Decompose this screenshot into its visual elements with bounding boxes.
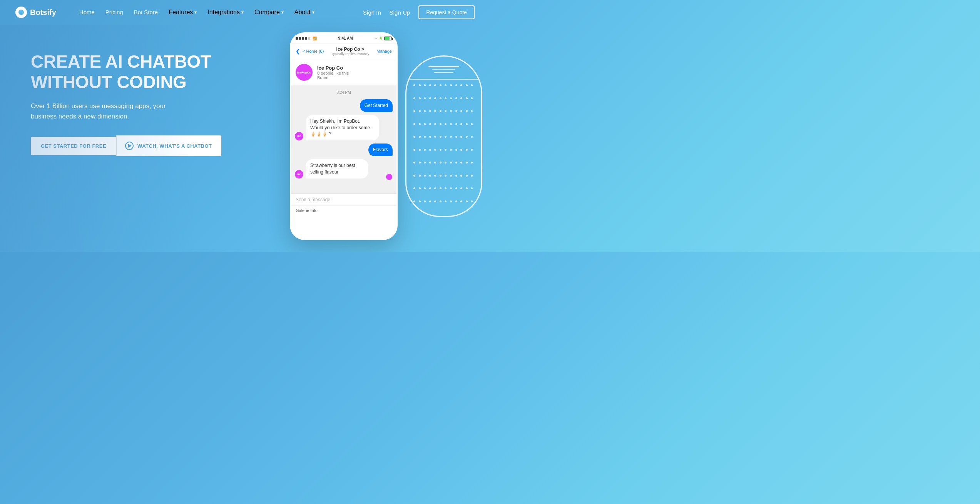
speaker-dot <box>434 84 436 86</box>
signal-dot-1 <box>296 37 298 40</box>
phone-time: 9:41 AM <box>338 36 353 40</box>
speaker-dot <box>440 149 442 151</box>
speaker-dot <box>455 149 457 151</box>
nav-link-features[interactable]: Features <box>169 9 197 16</box>
speaker-dot <box>419 187 421 189</box>
speaker-dot <box>471 110 473 112</box>
chat-input-placeholder[interactable]: Send a message <box>296 197 392 202</box>
get-started-button[interactable]: GET STARTED FOR FREE <box>31 137 116 155</box>
home-button[interactable] <box>338 214 350 227</box>
speaker-dot <box>413 149 415 151</box>
speaker-dot <box>419 110 421 112</box>
nav-link-about[interactable]: About <box>294 9 314 16</box>
chat-timestamp: 3:24 PM <box>295 90 393 95</box>
signal-dots: 📶 <box>296 37 317 40</box>
speaker-dot <box>424 200 426 202</box>
speaker-dot <box>450 175 452 177</box>
speaker-dot <box>460 123 462 125</box>
signal-dot-4 <box>305 37 307 40</box>
speaker-dot <box>466 162 468 164</box>
nav-item-bot-store[interactable]: Bot Store <box>134 9 158 16</box>
nav-item-integrations[interactable]: Integrations <box>207 9 244 16</box>
speaker-dot <box>466 136 468 138</box>
nav-link-home[interactable]: Home <box>79 9 95 15</box>
page-type: Brand <box>317 75 349 80</box>
speaker-dot <box>450 97 452 99</box>
request-quote-button[interactable]: Request a Quote <box>418 5 475 19</box>
speaker-dot <box>429 162 431 164</box>
hero-text: CREATE AI CHATBOT WITHOUT CODING Over 1 … <box>31 40 223 156</box>
home-badge[interactable]: < Home (8) <box>303 49 324 53</box>
nav-link-pricing[interactable]: Pricing <box>105 9 123 15</box>
speaker-dot <box>434 136 436 138</box>
speaker-dot <box>440 200 442 202</box>
speaker-body <box>406 80 481 216</box>
nav-item-about[interactable]: About <box>294 9 314 16</box>
speaker-dot <box>460 136 462 138</box>
sign-in-link[interactable]: Sign In <box>363 9 381 16</box>
sign-up-link[interactable]: Sign Up <box>390 9 410 16</box>
speaker-dot <box>445 136 447 138</box>
speaker-dot <box>445 110 447 112</box>
watch-video-button[interactable]: WATCH, WHAT'S A CHATBOT <box>116 135 221 156</box>
nav-link-compare[interactable]: Compare <box>254 9 284 16</box>
speaker-dot <box>429 149 431 151</box>
back-icon[interactable]: ❮ <box>296 48 300 54</box>
speaker-dot <box>471 200 473 202</box>
speaker-dot <box>440 175 442 177</box>
nav-item-compare[interactable]: Compare <box>254 9 284 16</box>
nav-link-bot-store[interactable]: Bot Store <box>134 9 158 15</box>
speaker-dot <box>434 123 436 125</box>
speaker-dot <box>413 110 415 112</box>
speaker-dot <box>434 200 436 202</box>
devices-container: 📶 9:41 AM → 🔋 ❮ < Home (8) <box>290 32 482 240</box>
speaker-dot <box>460 97 462 99</box>
page-name: Ice Pop Co > <box>331 47 369 52</box>
speaker-dot <box>445 84 447 86</box>
speaker-dot <box>445 200 447 202</box>
speaker-dot <box>466 187 468 189</box>
speaker-dot <box>450 187 452 189</box>
nav-auth: Sign In Sign Up Request a Quote <box>363 5 475 19</box>
chat-message-1: Get Started <box>295 99 393 112</box>
speaker-dot <box>460 110 462 112</box>
logo[interactable]: Botsify <box>15 7 56 18</box>
speaker-dot <box>419 136 421 138</box>
hero-subtext: Over 1 Billion users use messaging apps,… <box>31 101 192 122</box>
page-details: Ice Pop Co 0 people like this Brand <box>317 65 349 80</box>
nav-links: Home Pricing Bot Store Features Integrat… <box>79 9 363 16</box>
speaker-dot <box>450 84 452 86</box>
bot-avatar-2: IPC <box>295 170 303 179</box>
speaker-dot <box>434 187 436 189</box>
phone-status-bar: 📶 9:41 AM → 🔋 <box>291 33 396 43</box>
speaker-dot <box>419 84 421 86</box>
speaker-dot <box>424 110 426 112</box>
nav-item-home[interactable]: Home <box>79 9 95 16</box>
speaker-dot <box>450 110 452 112</box>
nav-item-features[interactable]: Features <box>169 9 197 16</box>
speaker-dot <box>460 149 462 151</box>
speaker-dot <box>445 187 447 189</box>
speaker-dot <box>455 136 457 138</box>
speaker-dot <box>440 123 442 125</box>
speaker-dot <box>434 175 436 177</box>
speaker-dot <box>429 175 431 177</box>
signal-dot-5 <box>308 37 310 40</box>
speaker-dot <box>466 123 468 125</box>
watch-video-label: WATCH, WHAT'S A CHATBOT <box>137 143 212 149</box>
hero-section: CREATE AI CHATBOT WITHOUT CODING Over 1 … <box>0 25 490 252</box>
speaker-dot <box>429 123 431 125</box>
speaker-dot <box>471 187 473 189</box>
location-icon: → <box>374 37 377 40</box>
nav-link-integrations[interactable]: Integrations <box>207 9 244 16</box>
speaker-dot <box>460 187 462 189</box>
logo-text: Botsify <box>30 8 56 17</box>
speaker-dot <box>413 162 415 164</box>
speaker-dot <box>466 84 468 86</box>
reaction-icon <box>386 174 392 180</box>
chat-area: 3:24 PM Get Started IPC Hey Shiekh, I'm … <box>291 86 396 194</box>
speaker-dot <box>455 200 457 202</box>
nav-item-pricing[interactable]: Pricing <box>105 9 123 16</box>
speaker-dot <box>450 200 452 202</box>
manage-button[interactable]: Manage <box>376 49 392 53</box>
